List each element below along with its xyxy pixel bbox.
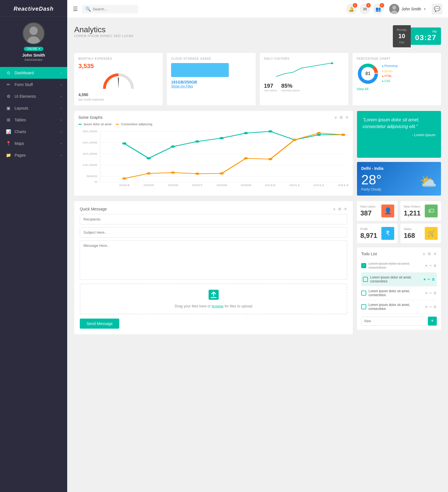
profit-icon: ₹: [381, 227, 394, 240]
page-subtitle: LOREM IPSUM DONEC SED LUCAS: [74, 34, 134, 38]
notifications-badge: 8: [353, 3, 357, 8]
todo-star-2[interactable]: ★: [425, 291, 428, 295]
new-orders-label: New Orders: [404, 205, 421, 208]
svg-text:2008: 2008: [216, 184, 227, 186]
todo-title: Todo List: [361, 252, 377, 256]
online-badge[interactable]: ONLINE: [24, 47, 43, 51]
svg-point-29: [195, 140, 199, 143]
mini-stat-new-orders: New Orders 1,211 🏷: [400, 201, 441, 221]
todo-star-3[interactable]: ★: [425, 305, 428, 309]
quote-text: "Lorem ipsum dolor sit amet, consectetur…: [363, 117, 435, 130]
graph-collapse-btn[interactable]: ∨: [334, 115, 337, 120]
search-input[interactable]: [93, 7, 135, 11]
nav-arrow: ›: [61, 130, 62, 133]
hamburger-button[interactable]: ☰: [73, 6, 78, 12]
svg-point-38: [171, 171, 175, 174]
new-orders-value: 1,211: [404, 209, 421, 217]
todo-delete-3[interactable]: 🗑: [433, 305, 437, 309]
upload-browse-link[interactable]: browse: [212, 304, 223, 308]
todo-star-1[interactable]: ★: [423, 277, 426, 281]
sidebar-item-form-stuff[interactable]: ✏ Form Stuff ›: [0, 79, 67, 90]
sidebar-item-dashboard[interactable]: ⊙ Dashboard ›: [0, 67, 67, 79]
content-area: ☰ 🔍 🔔 8 ✉ 8 👥 8 John Smith: [67, 0, 448, 492]
todo-collapse-btn[interactable]: ∨: [423, 252, 425, 256]
todo-add-button[interactable]: +: [428, 317, 437, 326]
todo-check-3[interactable]: [361, 304, 366, 309]
todo-delete-0[interactable]: 🗑: [433, 264, 437, 268]
send-message-button[interactable]: Send Message: [80, 319, 119, 329]
sales-icon: 🛒: [425, 227, 438, 240]
quick-message-card: Quick Message ∨ ⚙ ✕ Drag your files her: [74, 201, 353, 334]
nav-label-layouts: Layouts: [15, 106, 61, 110]
view-all-link[interactable]: View All: [357, 87, 437, 91]
svg-point-7: [331, 62, 333, 64]
todo-edit-2[interactable]: ✏: [429, 291, 432, 295]
cloud-storage-label: CLOUD STORAGE USAGE: [171, 57, 251, 60]
sidebar-item-charts[interactable]: 📊 Charts ›: [0, 126, 67, 138]
sidebar-item-ui-elements[interactable]: ⚙ UI Elements ›: [0, 90, 67, 102]
avatar: [22, 22, 45, 45]
message-close-btn[interactable]: ✕: [344, 207, 347, 211]
todo-text-1: Lorem ipsum dolor sit amet, consectetur.: [370, 275, 421, 283]
profit-label: Profit: [360, 227, 377, 231]
message-settings-btn[interactable]: ⚙: [338, 207, 342, 211]
todo-item-1: Lorem ipsum dolor sit amet, consectetur.…: [361, 273, 437, 286]
todo-edit-1[interactable]: ✏: [428, 277, 430, 281]
nav-label-formstuff: Form Stuff: [15, 82, 61, 87]
upload-area[interactable]: Drag your files here or browse for files…: [80, 284, 347, 314]
nav-arrow: ›: [61, 107, 62, 110]
svg-point-4: [392, 6, 396, 10]
pct-photoshop: Photoshop: [384, 64, 398, 68]
contacts-button[interactable]: 👥 8: [373, 4, 384, 14]
todo-item-3: Lorem ipsum dolor sit amet, consectetur.…: [361, 300, 437, 314]
message-textarea[interactable]: [80, 240, 347, 280]
notifications-button[interactable]: 🔔 8: [346, 4, 357, 14]
user-info[interactable]: John Smith ▼: [386, 3, 429, 15]
upload-text: Drag your files here or browse for files…: [86, 304, 341, 308]
monthly-expenses-value: 3,535: [78, 62, 158, 70]
todo-item-actions-1: ★ ✏ 🗑: [423, 277, 435, 281]
graph-close-btn[interactable]: ✕: [345, 115, 349, 120]
legend-item-1: Consectetur adipiscing.: [116, 122, 153, 126]
visitors-nums: 197 new visitors 85% returning visitors: [264, 83, 344, 92]
sidebar-item-maps[interactable]: 📍 Maps ›: [0, 138, 67, 149]
graph-settings-btn[interactable]: ⚙: [339, 115, 343, 120]
date-num: 10: [397, 32, 407, 41]
message-collapse-btn[interactable]: ∨: [333, 207, 336, 211]
subject-input[interactable]: [80, 227, 347, 238]
maps-icon: 📍: [6, 141, 11, 146]
todo-close-btn[interactable]: ✕: [433, 252, 437, 256]
todo-check-2[interactable]: [361, 291, 366, 296]
sidebar-username: John Smith: [22, 53, 45, 57]
graph-actions: ∨ ⚙ ✕: [334, 115, 349, 120]
sidebar-item-layouts[interactable]: ▣ Layouts ›: [0, 102, 67, 114]
day-name: Monday: [397, 28, 407, 32]
show-files-link[interactable]: Show my Files: [171, 84, 251, 88]
time-box: PM 03:27: [411, 27, 441, 45]
nav-label-ui: UI Elements: [15, 94, 61, 99]
svg-text:2006: 2006: [167, 184, 178, 186]
chat-button[interactable]: 💬: [432, 4, 442, 14]
todo-edit-0[interactable]: ✏: [429, 264, 432, 268]
sidebar-item-pages[interactable]: 📁 Pages ›: [0, 149, 67, 161]
todo-text-3: Lorem ipsum dolor sit amet, consectetur.: [368, 303, 423, 311]
todo-check-0[interactable]: ✓: [361, 263, 366, 268]
sidebar-item-tables[interactable]: ⊞ Tables ›: [0, 114, 67, 126]
todo-settings-btn[interactable]: ⚙: [428, 252, 431, 256]
datetime-widget: Monday 10 Feb PM 03:27: [393, 25, 441, 47]
todo-new-input[interactable]: [361, 317, 426, 326]
todo-star-0[interactable]: ★: [425, 264, 428, 268]
todo-delete-1[interactable]: 🗑: [432, 277, 435, 281]
todo-delete-2[interactable]: 🗑: [433, 291, 437, 295]
ui-elements-icon: ⚙: [6, 94, 11, 99]
recipients-input[interactable]: [80, 214, 347, 224]
pct-css: CSS: [384, 80, 390, 83]
messages-button[interactable]: ✉ 8: [360, 4, 370, 14]
mini-stats-grid: New Users 387 👤 New Orders 1,211 🏷: [357, 201, 441, 243]
stat-percentage-chart: PERCENTAGE CHART 81 ● Photoshop: [353, 53, 441, 105]
returning-visitors-val: 85%: [281, 83, 300, 89]
analytics-header: Analytics LOREM IPSUM DONEC SED LUCAS Mo…: [74, 25, 441, 47]
todo-check-1[interactable]: [363, 277, 368, 282]
todo-edit-3[interactable]: ✏: [429, 305, 432, 309]
sidebar: ReactiveDash ONLINE John Smith Administr…: [0, 0, 67, 492]
